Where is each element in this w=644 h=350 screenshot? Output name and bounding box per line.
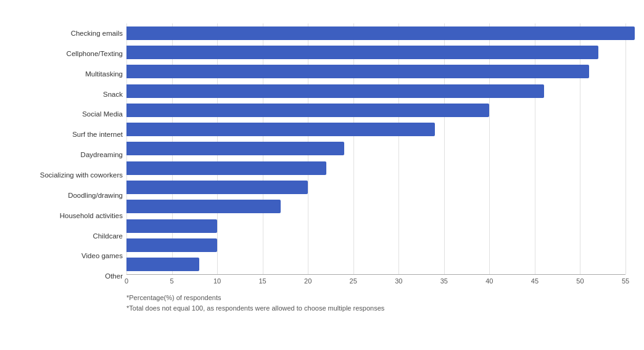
y-label: Socializing with coworkers xyxy=(19,171,123,179)
footnote: *Total does not equal 100, as respondent… xyxy=(126,303,625,314)
chart-container: Checking emailsCellphone/TextingMultitas… xyxy=(0,0,644,350)
bar-row xyxy=(126,26,625,40)
x-tick: 0 xyxy=(125,277,128,285)
bar-row xyxy=(126,46,625,59)
y-label: Cellphone/Texting xyxy=(19,50,123,58)
chart-area: Checking emailsCellphone/TextingMultitas… xyxy=(19,23,625,287)
x-axis: 0510152025303540455055 xyxy=(126,274,625,287)
bar xyxy=(126,200,281,213)
y-label: Doodling/drawing xyxy=(19,192,123,200)
y-label: Daydreaming xyxy=(19,151,123,159)
x-tick: 5 xyxy=(170,277,173,285)
y-label: Social Media xyxy=(19,110,123,118)
y-label: Other xyxy=(19,272,123,280)
y-label: Surf the internet xyxy=(19,131,123,139)
x-tick: 30 xyxy=(395,277,402,285)
y-label: Childcare xyxy=(19,232,123,240)
bar xyxy=(126,238,217,252)
x-tick: 55 xyxy=(622,277,629,285)
bar-row xyxy=(126,84,625,98)
y-labels: Checking emailsCellphone/TextingMultitas… xyxy=(19,23,126,287)
bar-row xyxy=(126,161,625,175)
y-label: Multitasking xyxy=(19,70,123,78)
bar xyxy=(126,142,344,155)
x-tick: 45 xyxy=(531,277,539,285)
y-label: Household activities xyxy=(19,212,123,220)
bar-row xyxy=(126,65,625,78)
bar xyxy=(126,123,435,136)
bar xyxy=(126,84,544,98)
bar xyxy=(126,258,199,271)
bar xyxy=(126,219,217,233)
x-tick: 50 xyxy=(576,277,584,285)
bar-row xyxy=(126,258,625,271)
bar xyxy=(126,161,326,175)
x-tick: 40 xyxy=(485,277,493,285)
bars-and-xaxis: 0510152025303540455055 xyxy=(126,23,625,287)
x-tick: 15 xyxy=(259,277,266,285)
bar-row xyxy=(126,238,625,252)
bar-row xyxy=(126,200,625,213)
x-tick: 10 xyxy=(213,277,221,285)
x-tick: 25 xyxy=(350,277,357,285)
y-label: Video games xyxy=(19,252,123,260)
bar-row xyxy=(126,123,625,136)
bar xyxy=(126,46,598,59)
y-label: Checking emails xyxy=(19,30,123,38)
footnote: *Percentage(%) of respondents xyxy=(126,293,625,303)
y-label: Snack xyxy=(19,91,123,99)
footnotes: *Percentage(%) of respondents*Total does… xyxy=(126,293,625,313)
bars-section xyxy=(126,23,625,274)
bar-row xyxy=(126,104,625,117)
bar-row xyxy=(126,181,625,194)
bar-row xyxy=(126,142,625,155)
bar-row xyxy=(126,219,625,233)
bar xyxy=(126,181,308,194)
bar xyxy=(126,26,635,40)
x-tick: 35 xyxy=(440,277,448,285)
bar xyxy=(126,104,489,117)
bar xyxy=(126,65,589,78)
x-tick: 20 xyxy=(304,277,312,285)
